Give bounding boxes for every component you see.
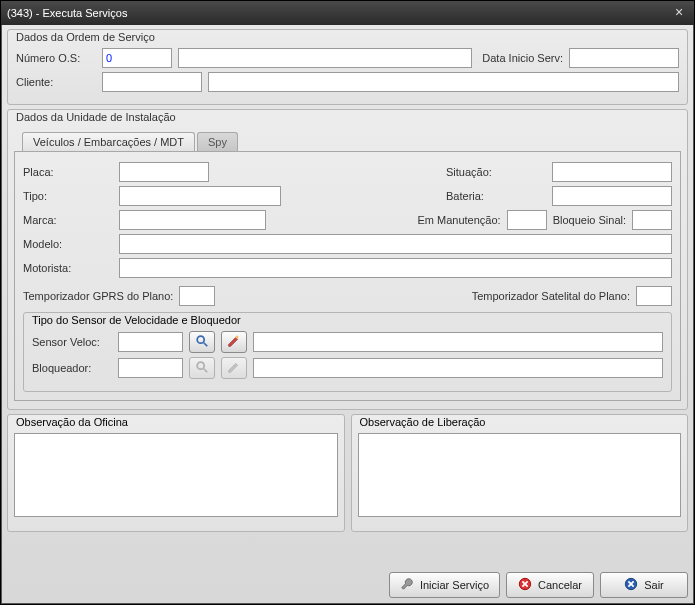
svg-line-1: [204, 343, 208, 347]
cancelar-label: Cancelar: [538, 579, 582, 591]
obs-oficina-legend: Observação da Oficina: [16, 416, 128, 428]
group-os: Dados da Ordem de Serviço Número O.S: Da…: [7, 29, 688, 105]
close-icon[interactable]: ×: [670, 5, 688, 21]
sair-label: Sair: [644, 579, 664, 591]
marca-value: [119, 210, 266, 230]
search-icon: [195, 360, 209, 376]
numero-os-desc: [178, 48, 472, 68]
placa-value: [119, 162, 209, 182]
iniciar-servico-button[interactable]: Iniciar Serviço: [389, 572, 500, 598]
footer: Iniciar Serviço Cancelar Sair: [1, 566, 694, 604]
modelo-label: Modelo:: [23, 238, 113, 250]
sensor-group: Tipo do Sensor de Velocidade e Bloquedor…: [23, 312, 672, 392]
obs-liberacao-legend: Observação de Liberação: [360, 416, 486, 428]
temp-gprs-value: [179, 286, 215, 306]
sair-button[interactable]: Sair: [600, 572, 688, 598]
numero-os-input[interactable]: [102, 48, 172, 68]
placa-label: Placa:: [23, 166, 113, 178]
situacao-value: [552, 162, 672, 182]
situacao-label: Situação:: [446, 166, 546, 178]
tipo-value: [119, 186, 281, 206]
bloqueador-input[interactable]: [118, 358, 183, 378]
sensor-veloc-edit-button[interactable]: [221, 331, 247, 353]
cliente-name: [208, 72, 679, 92]
wrench-icon: [400, 577, 414, 593]
window-title: (343) - Executa Serviços: [7, 7, 670, 19]
cliente-label: Cliente:: [16, 76, 96, 88]
bateria-label: Bateria:: [446, 190, 546, 202]
group-unit-legend: Dados da Unidade de Instalação: [16, 111, 176, 123]
pencil-icon: [227, 360, 241, 376]
window: (343) - Executa Serviços × Dados da Orde…: [0, 0, 695, 605]
sensor-veloc-search-button[interactable]: [189, 331, 215, 353]
pencil-icon: [227, 334, 241, 350]
svg-line-4: [204, 369, 208, 373]
data-inicio-label: Data Inicio Serv:: [482, 52, 563, 64]
obs-wrap: Observação da Oficina Observação de Libe…: [7, 414, 688, 532]
em-manut-label: Em Manutenção:: [417, 214, 500, 226]
sensor-veloc-label: Sensor Veloc:: [32, 336, 112, 348]
bloqueio-sinal-label: Bloqueio Sinal:: [553, 214, 626, 226]
sensor-group-legend: Tipo do Sensor de Velocidade e Bloquedor: [32, 314, 241, 326]
cancelar-button[interactable]: Cancelar: [506, 572, 594, 598]
obs-liberacao-group: Observação de Liberação: [351, 414, 689, 532]
content: Dados da Ordem de Serviço Número O.S: Da…: [1, 25, 694, 566]
tabs: Veículos / Embarcações / MDT Spy: [22, 132, 681, 151]
marca-label: Marca:: [23, 214, 113, 226]
tab-veiculos[interactable]: Veículos / Embarcações / MDT: [22, 132, 195, 151]
cliente-code: [102, 72, 202, 92]
motorista-value: [119, 258, 672, 278]
modelo-value: [119, 234, 672, 254]
data-inicio-value: [569, 48, 679, 68]
bloqueio-sinal-value: [632, 210, 672, 230]
motorista-label: Motorista:: [23, 262, 113, 274]
em-manut-value: [507, 210, 547, 230]
bateria-value: [552, 186, 672, 206]
obs-oficina-textarea[interactable]: [14, 433, 338, 517]
sensor-veloc-input[interactable]: [118, 332, 183, 352]
temp-gprs-label: Temporizador GPRS do Plano:: [23, 290, 173, 302]
bloqueador-search-button: [189, 357, 215, 379]
group-os-legend: Dados da Ordem de Serviço: [16, 31, 155, 43]
cancel-icon: [518, 577, 532, 593]
sensor-veloc-desc: [253, 332, 663, 352]
bloqueador-label: Bloqueador:: [32, 362, 112, 374]
obs-oficina-group: Observação da Oficina: [7, 414, 345, 532]
iniciar-servico-label: Iniciar Serviço: [420, 579, 489, 591]
bloqueador-edit-button: [221, 357, 247, 379]
titlebar: (343) - Executa Serviços ×: [1, 1, 694, 25]
temp-sat-value: [636, 286, 672, 306]
tipo-label: Tipo:: [23, 190, 113, 202]
numero-os-label: Número O.S:: [16, 52, 96, 64]
temp-sat-label: Temporizador Satelital do Plano:: [472, 290, 630, 302]
obs-liberacao-textarea[interactable]: [358, 433, 682, 517]
search-icon: [195, 334, 209, 350]
bloqueador-desc: [253, 358, 663, 378]
svg-point-0: [197, 336, 204, 343]
tab-spy[interactable]: Spy: [197, 132, 238, 151]
exit-icon: [624, 577, 638, 593]
svg-point-3: [197, 362, 204, 369]
group-unit: Dados da Unidade de Instalação Veículos …: [7, 109, 688, 410]
tabpanel-veiculos: Placa: Situação: Tipo: Bateria: Marca:: [14, 151, 681, 401]
